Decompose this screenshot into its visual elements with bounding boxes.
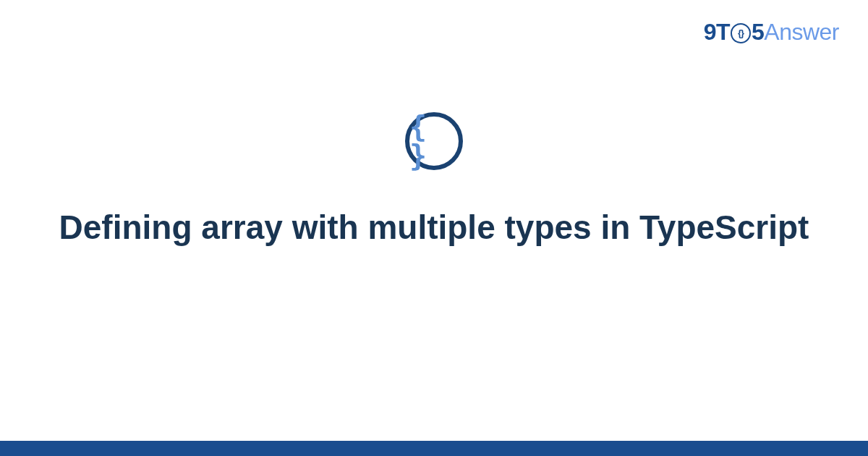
logo-digit: 5 bbox=[752, 19, 764, 46]
logo-circle-icon: {} bbox=[731, 23, 751, 43]
main-content: { } Defining array with multiple types i… bbox=[0, 112, 868, 249]
braces-glyph: { } bbox=[409, 112, 459, 170]
page-title: Defining array with multiple types in Ty… bbox=[1, 206, 867, 249]
footer-accent-bar bbox=[0, 441, 868, 456]
logo-prefix: 9T bbox=[704, 19, 730, 46]
site-logo: 9T {} 5 Answer bbox=[704, 19, 839, 46]
braces-icon: { } bbox=[405, 112, 463, 170]
logo-circle-glyph: {} bbox=[738, 28, 744, 38]
logo-suffix: Answer bbox=[764, 19, 839, 46]
